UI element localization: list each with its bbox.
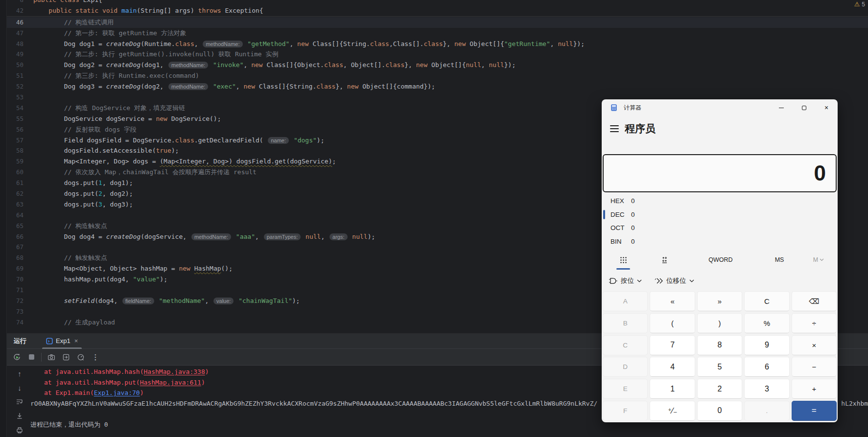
line-number[interactable]: 51 — [7, 70, 23, 81]
line-number[interactable]: 54 — [7, 103, 23, 114]
line-number[interactable]: 74 — [7, 317, 23, 328]
stop-button[interactable] — [26, 352, 36, 362]
calc-key-divide[interactable]: ÷ — [792, 313, 837, 333]
calc-key-6[interactable]: 6 — [744, 357, 789, 377]
memory-store-button[interactable]: MS — [757, 250, 801, 270]
more-options-icon[interactable]: ⋮ — [91, 352, 100, 362]
line-number[interactable]: 50 — [7, 60, 23, 70]
calc-key-8[interactable]: 8 — [697, 335, 742, 355]
line-number[interactable]: 46 — [7, 17, 23, 28]
line-number[interactable]: 49 — [7, 49, 23, 60]
calc-key-equals[interactable]: = — [792, 401, 837, 421]
code-line[interactable]: 49 // 第二步: 执行 getRuntime().invoke(null) … — [7, 49, 868, 60]
line-number[interactable]: 59 — [7, 156, 23, 167]
calc-key-backspace[interactable]: ⌫ — [792, 291, 837, 311]
line-number[interactable]: 57 — [7, 135, 23, 146]
calc-key-5[interactable]: 5 — [697, 357, 742, 377]
line-number[interactable]: 62 — [7, 188, 23, 199]
calc-key-clear[interactable]: C — [744, 291, 789, 311]
close-button[interactable]: × — [815, 99, 838, 116]
calc-key-open-paren[interactable]: ( — [650, 313, 695, 333]
calc-key-close-paren[interactable]: ) — [697, 313, 742, 333]
stack-trace-link[interactable]: Exp1.java:70 — [94, 389, 140, 396]
calculator-window[interactable]: 计算器 × 程序员 0 HEX0DEC0OCT0BIN0 QWORD M — [602, 99, 838, 422]
calc-key-0[interactable]: 0 — [697, 401, 742, 421]
line-number[interactable]: 64 — [7, 210, 23, 221]
radix-row-oct[interactable]: OCT0 — [602, 221, 838, 235]
calc-key-2[interactable]: 2 — [697, 379, 742, 399]
code-token: createDog — [106, 40, 141, 47]
code-line[interactable]: 52 Dog dog3 = createDog(dog2, methodName… — [7, 81, 868, 92]
calc-key-plus[interactable]: + — [792, 379, 837, 399]
stack-trace-link[interactable]: HashMap.java:338 — [144, 368, 205, 375]
bitshift-dropdown[interactable]: 位移位 — [655, 276, 694, 285]
calc-key-percent[interactable]: % — [744, 313, 789, 333]
line-number[interactable]: 63 — [7, 199, 23, 210]
line-number[interactable]: 42 — [7, 5, 23, 16]
word-size-button[interactable]: QWORD — [684, 250, 757, 270]
code-line[interactable]: 42 public static void main(String[] args… — [7, 5, 868, 16]
camera-icon[interactable] — [47, 352, 56, 362]
close-tab-icon[interactable]: × — [74, 337, 78, 345]
line-number[interactable]: 69 — [7, 263, 23, 274]
down-stack-trace-icon[interactable]: ↓ — [15, 383, 24, 392]
line-number[interactable]: 8 — [7, 0, 23, 5]
minimize-button[interactable] — [770, 99, 793, 116]
rerun-button[interactable] — [12, 352, 22, 362]
line-number[interactable]: 52 — [7, 81, 23, 92]
menu-hamburger-icon[interactable] — [610, 125, 619, 132]
inspections-widget[interactable]: ⚠ 5 — [854, 0, 865, 8]
radix-row-dec[interactable]: DEC0 — [602, 208, 838, 222]
stack-trace-link[interactable]: HashMap.java:611 — [140, 379, 201, 386]
line-number[interactable]: 53 — [7, 92, 23, 103]
line-number[interactable]: 68 — [7, 253, 23, 263]
calc-key-4[interactable]: 4 — [650, 357, 695, 377]
calc-key-7[interactable]: 7 — [650, 335, 695, 355]
full-keypad-toggle[interactable] — [602, 250, 645, 270]
line-number[interactable]: 61 — [7, 178, 23, 188]
line-number[interactable]: 60 — [7, 167, 23, 178]
up-stack-trace-icon[interactable]: ↑ — [15, 368, 24, 378]
code-line[interactable]: 50 Dog dog2 = createDog(dog1, methodName… — [7, 60, 868, 70]
calculator-titlebar[interactable]: 计算器 × — [602, 99, 838, 116]
bitwise-dropdown[interactable]: 按位 — [609, 276, 642, 285]
profiler-icon[interactable] — [76, 352, 86, 362]
calc-key-rsh[interactable]: » — [697, 291, 742, 311]
print-icon[interactable] — [15, 425, 24, 435]
line-number[interactable]: 55 — [7, 114, 23, 124]
code-line[interactable]: 48 Dog dog1 = createDog(Runtime.class, m… — [7, 39, 868, 49]
bit-toggle-keypad[interactable] — [645, 250, 684, 270]
calc-key-plus-minus[interactable]: ⁺⁄₋ — [650, 401, 695, 421]
calc-key-lsh[interactable]: « — [650, 291, 695, 311]
code-line[interactable]: 51 // 第三步: 执行 Runtime.exec(command) — [7, 70, 868, 81]
line-number[interactable]: 72 — [7, 296, 23, 306]
console-text: rO0ABXNyABFqYXZhLnV0aWwuSGFzaE1hcAUH2sHD… — [30, 400, 597, 407]
calc-key-multiply[interactable]: × — [792, 335, 837, 355]
calc-key-1[interactable]: 1 — [650, 379, 695, 399]
scroll-to-end-icon[interactable] — [15, 411, 24, 421]
line-number[interactable]: 47 — [7, 28, 23, 39]
code-line[interactable]: 8public class Exp1{ — [7, 0, 868, 5]
line-number[interactable]: 56 — [7, 124, 23, 135]
line-number[interactable]: 73 — [7, 306, 23, 317]
soft-wrap-icon[interactable] — [15, 397, 24, 407]
line-number[interactable]: 66 — [7, 231, 23, 242]
calc-key-minus[interactable]: − — [792, 357, 837, 377]
line-number[interactable]: 67 — [7, 242, 23, 253]
calc-key-3[interactable]: 3 — [744, 379, 789, 399]
line-number[interactable]: 48 — [7, 39, 23, 49]
code-line[interactable]: 47 // 第一步: 获取 getRuntime 方法对象 — [7, 28, 868, 39]
line-number[interactable]: 65 — [7, 221, 23, 231]
line-number[interactable]: 70 — [7, 274, 23, 285]
code-token: Object[]{command}); — [358, 83, 435, 90]
radix-row-bin[interactable]: BIN0 — [602, 235, 838, 249]
code-line[interactable]: 46 // 构造链式调用 — [7, 17, 868, 28]
line-number[interactable]: 71 — [7, 285, 23, 296]
maximize-button[interactable] — [793, 99, 815, 116]
radix-row-hex[interactable]: HEX0 — [602, 194, 838, 208]
thread-dump-icon[interactable] — [61, 352, 71, 362]
calculator-display: 0 — [603, 154, 837, 192]
calc-key-9[interactable]: 9 — [744, 335, 789, 355]
run-tab-exp1[interactable]: Exp1 × — [41, 333, 83, 349]
line-number[interactable]: 58 — [7, 145, 23, 156]
